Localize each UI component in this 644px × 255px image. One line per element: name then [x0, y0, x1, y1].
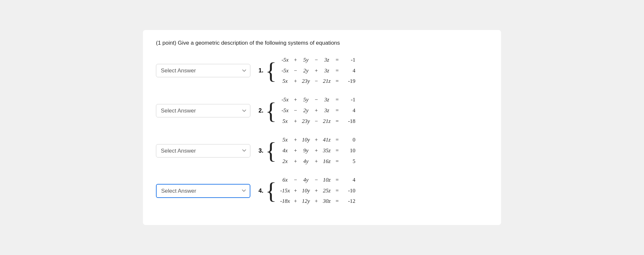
equals: =: [333, 66, 342, 76]
op2: −: [312, 95, 321, 105]
term3: 41z: [321, 135, 333, 145]
term1: -5x: [279, 55, 291, 65]
equation-line: -5x − 2y + 3z = 4: [279, 106, 356, 115]
rhs: -1: [342, 95, 356, 105]
problem-number-1: 1.: [254, 67, 263, 74]
term2: 10y: [300, 135, 312, 145]
term3: 3z: [321, 66, 333, 76]
rhs: 4: [342, 175, 356, 185]
equation-line: 6x − 4y − 10z = 4: [279, 175, 356, 185]
term1: 5x: [279, 77, 291, 86]
brace-system-1: { -5x + 5y − 3z = -1 -5x − 2y + 3z = 4 5…: [265, 55, 356, 86]
op1: +: [291, 77, 300, 86]
term2: 12y: [300, 197, 312, 206]
term1: 2x: [279, 157, 291, 166]
equations-4: 6x − 4y − 10z = 4 -15x + 10y + 25z = -10…: [279, 175, 356, 206]
term2: 4y: [300, 157, 312, 166]
equation-line: 5x + 23y − 21z = -19: [279, 77, 356, 86]
term2: 5y: [300, 55, 312, 65]
equations-3: 5x + 10y + 41z = 0 4x + 9y + 35z = 10 2x…: [279, 135, 356, 166]
equation-line: -5x + 5y − 3z = -1: [279, 55, 356, 65]
op2: −: [312, 55, 321, 65]
op2: +: [312, 106, 321, 115]
brace-system-3: { 5x + 10y + 41z = 0 4x + 9y + 35z = 10 …: [265, 135, 356, 166]
equation-line: -18x + 12y + 30z = -12: [279, 197, 356, 206]
equations-1: -5x + 5y − 3z = -1 -5x − 2y + 3z = 4 5x …: [279, 55, 356, 86]
equations-2: -5x + 5y − 3z = -1 -5x − 2y + 3z = 4 5x …: [279, 95, 356, 126]
equation-line: -5x + 5y − 3z = -1: [279, 95, 356, 105]
select-answer-2[interactable]: Select Answer: [156, 104, 250, 117]
term2: 5y: [300, 95, 312, 105]
op2: +: [312, 157, 321, 166]
equals: =: [333, 146, 342, 156]
op1: +: [291, 117, 300, 126]
select-answer-4[interactable]: Select Answer: [156, 184, 250, 198]
rhs: 5: [342, 157, 356, 166]
term2: 4y: [300, 175, 312, 185]
term1: 6x: [279, 175, 291, 185]
main-card: (1 point) Give a geometric description o…: [143, 30, 501, 225]
select-wrapper-4: Select Answer: [156, 184, 250, 198]
op2: +: [312, 66, 321, 76]
select-wrapper-2: Select Answer: [156, 104, 250, 117]
equals: =: [333, 197, 342, 206]
select-wrapper-1: Select Answer: [156, 64, 250, 77]
select-answer-1[interactable]: Select Answer: [156, 64, 250, 77]
term3: 3z: [321, 55, 333, 65]
problem-row-2: Select Answer2.{ -5x + 5y − 3z = -1 -5x …: [156, 95, 488, 126]
brace-system-4: { 6x − 4y − 10z = 4 -15x + 10y + 25z = -…: [265, 175, 356, 206]
term2: 2y: [300, 66, 312, 76]
op2: −: [312, 117, 321, 126]
rhs: 0: [342, 135, 356, 145]
rhs: -19: [342, 77, 356, 86]
rhs: -10: [342, 186, 356, 196]
op1: +: [291, 157, 300, 166]
term1: -15x: [279, 186, 291, 196]
problem-row-1: Select Answer1.{ -5x + 5y − 3z = -1 -5x …: [156, 55, 488, 86]
op2: +: [312, 146, 321, 156]
term1: 4x: [279, 146, 291, 156]
term1: -5x: [279, 106, 291, 115]
term1: 5x: [279, 117, 291, 126]
term3: 3z: [321, 95, 333, 105]
term1: -5x: [279, 95, 291, 105]
equals: =: [333, 77, 342, 86]
op2: −: [312, 77, 321, 86]
left-brace-2: {: [265, 99, 277, 123]
term2: 2y: [300, 106, 312, 115]
equals: =: [333, 186, 342, 196]
left-brace-4: {: [265, 179, 277, 202]
equals: =: [333, 157, 342, 166]
term3: 21z: [321, 117, 333, 126]
term2: 23y: [300, 117, 312, 126]
op1: −: [291, 175, 300, 185]
problem-number-3: 3.: [254, 147, 263, 154]
op1: +: [291, 135, 300, 145]
rhs: -12: [342, 197, 356, 206]
equation-line: -5x − 2y + 3z = 4: [279, 66, 356, 76]
op1: +: [291, 146, 300, 156]
left-brace-1: {: [265, 59, 277, 82]
left-brace-3: {: [265, 139, 277, 162]
select-wrapper-3: Select Answer: [156, 144, 250, 158]
equation-line: 5x + 23y − 21z = -18: [279, 117, 356, 126]
rhs: -18: [342, 117, 356, 126]
select-answer-3[interactable]: Select Answer: [156, 144, 250, 158]
brace-system-2: { -5x + 5y − 3z = -1 -5x − 2y + 3z = 4 5…: [265, 95, 356, 126]
term3: 30z: [321, 197, 333, 206]
equals: =: [333, 175, 342, 185]
op1: +: [291, 55, 300, 65]
op1: +: [291, 197, 300, 206]
question-title: (1 point) Give a geometric description o…: [156, 40, 488, 46]
op2: −: [312, 175, 321, 185]
op1: −: [291, 66, 300, 76]
equation-line: 4x + 9y + 35z = 10: [279, 146, 356, 156]
rhs: 4: [342, 106, 356, 115]
term3: 35z: [321, 146, 333, 156]
equals: =: [333, 95, 342, 105]
op1: −: [291, 106, 300, 115]
equation-line: 2x + 4y + 16z = 5: [279, 157, 356, 166]
term2: 23y: [300, 77, 312, 86]
term1: -5x: [279, 66, 291, 76]
term3: 3z: [321, 106, 333, 115]
